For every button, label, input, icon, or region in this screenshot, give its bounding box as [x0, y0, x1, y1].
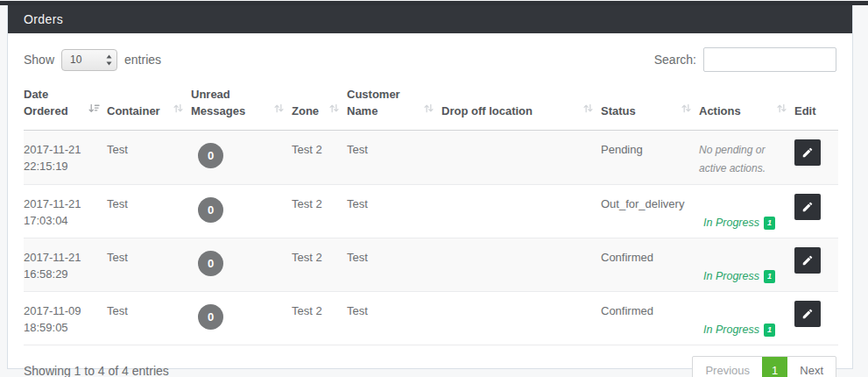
dropoff-cell — [441, 238, 601, 292]
pencil-icon — [801, 308, 814, 320]
sort-icon — [423, 102, 434, 118]
sort-icon — [328, 102, 340, 118]
container-cell: Test — [107, 185, 191, 238]
column-header-customer-name[interactable]: Customer Name — [347, 86, 441, 131]
unread-badge: 0 — [198, 251, 223, 276]
progress-count-badge: 1 — [764, 270, 775, 283]
actions-cell: No pending or active actions. — [699, 131, 794, 185]
customer-cell: Test — [347, 185, 441, 238]
action-progress: In Progress1 — [699, 268, 793, 285]
pagination: Previous 1 Next — [692, 356, 836, 377]
orders-panel: Orders Show 10 entries Search: — [7, 5, 853, 369]
panel-body: Show 10 entries Search: — [8, 33, 852, 377]
date-cell: 2017-11-21 16:58:29 — [24, 238, 107, 292]
table-footer: Showing 1 to 4 of 4 entries Previous 1 N… — [24, 345, 836, 377]
date-cell: 2017-11-21 17:03:04 — [24, 185, 107, 238]
dropoff-cell — [441, 131, 601, 185]
pencil-icon — [801, 254, 814, 267]
zone-cell: Test 2 — [292, 238, 347, 292]
unread-cell: 0 — [191, 238, 292, 292]
in-progress-label: In Progress — [703, 324, 759, 336]
search-label: Search: — [654, 53, 696, 67]
action-note: No pending or active actions. — [699, 141, 781, 178]
column-header-date-ordered[interactable]: Date Ordered — [24, 86, 107, 131]
progress-count-badge: 1 — [764, 217, 775, 230]
edit-button[interactable] — [794, 301, 821, 327]
search-input[interactable] — [703, 47, 836, 72]
select-arrows-icon — [106, 54, 112, 66]
page-size-value: 10 — [70, 53, 81, 66]
table-row: 2017-11-21 16:58:29 Test 0 Test 2 Test C… — [24, 238, 838, 292]
edit-cell — [794, 131, 838, 185]
table-row: 2017-11-21 17:03:04 Test 0 Test 2 Test O… — [24, 185, 838, 238]
page-size-select[interactable]: 10 — [61, 49, 117, 71]
edit-cell — [794, 238, 838, 292]
column-header-edit: Edit — [794, 86, 838, 131]
container-cell: Test — [107, 238, 191, 292]
table-row: 2017-11-09 18:59:05 Test 0 Test 2 Test C… — [24, 292, 838, 345]
zone-cell: Test 2 — [292, 131, 347, 185]
unread-badge: 0 — [198, 143, 223, 168]
column-header-unread-messages[interactable]: Unread Messages — [191, 86, 292, 131]
edit-cell — [794, 292, 838, 345]
orders-table: Date Ordered Container — [24, 86, 838, 345]
container-cell: Test — [107, 131, 191, 185]
sort-icon — [582, 102, 594, 118]
actions-cell: In Progress1 — [699, 185, 794, 238]
dropoff-cell — [441, 185, 601, 238]
actions-cell: In Progress1 — [699, 238, 794, 292]
pencil-icon — [801, 201, 814, 213]
dropoff-cell — [441, 292, 601, 345]
action-progress: In Progress1 — [699, 215, 793, 231]
edit-button[interactable] — [794, 139, 821, 166]
entries-label: entries — [124, 53, 161, 67]
customer-cell: Test — [347, 292, 441, 345]
unread-badge: 0 — [198, 197, 223, 223]
results-summary: Showing 1 to 4 of 4 entries — [24, 364, 169, 377]
next-page-button[interactable]: Next — [787, 357, 836, 377]
status-cell: Confirmed — [601, 292, 699, 345]
edit-button[interactable] — [794, 247, 821, 274]
edit-cell — [794, 185, 838, 238]
panel-title: Orders — [24, 12, 63, 26]
status-cell: Confirmed — [601, 238, 699, 292]
sort-icon — [776, 102, 787, 118]
pencil-icon — [801, 146, 814, 159]
header-row: Date Ordered Container — [24, 86, 838, 131]
in-progress-label: In Progress — [703, 217, 759, 229]
sort-icon — [173, 102, 184, 118]
current-page-button[interactable]: 1 — [762, 357, 787, 377]
sort-icon — [273, 102, 285, 118]
unread-cell: 0 — [191, 185, 292, 238]
panel-header: Orders — [8, 5, 852, 33]
date-cell: 2017-11-09 18:59:05 — [24, 292, 107, 345]
customer-cell: Test — [347, 238, 441, 292]
show-label: Show — [24, 53, 54, 67]
column-header-zone[interactable]: Zone — [292, 86, 347, 131]
zone-cell: Test 2 — [292, 185, 347, 238]
edit-button[interactable] — [794, 194, 821, 220]
column-header-status[interactable]: Status — [601, 86, 699, 131]
sort-icon — [681, 102, 692, 118]
column-header-actions[interactable]: Actions — [699, 86, 794, 131]
actions-cell: In Progress1 — [699, 292, 794, 345]
column-header-drop-off-location[interactable]: Drop off location — [441, 86, 601, 131]
table-row: 2017-11-21 22:15:19 Test 0 Test 2 Test P… — [24, 131, 838, 185]
unread-badge: 0 — [198, 304, 223, 330]
unread-cell: 0 — [191, 292, 292, 345]
sort-desc-icon — [88, 102, 100, 118]
date-cell: 2017-11-21 22:15:19 — [24, 131, 107, 185]
in-progress-label: In Progress — [703, 270, 759, 282]
zone-cell: Test 2 — [292, 292, 347, 345]
progress-count-badge: 1 — [764, 324, 775, 337]
search-control: Search: — [654, 47, 836, 72]
status-cell: Out_for_delivery — [601, 185, 699, 238]
status-cell: Pending — [601, 131, 699, 185]
customer-cell: Test — [347, 131, 441, 185]
action-progress: In Progress1 — [699, 322, 793, 338]
previous-page-button[interactable]: Previous — [693, 357, 762, 377]
table-controls: Show 10 entries Search: — [24, 47, 836, 72]
column-header-container[interactable]: Container — [107, 86, 191, 131]
container-cell: Test — [107, 292, 191, 345]
unread-cell: 0 — [191, 131, 292, 185]
